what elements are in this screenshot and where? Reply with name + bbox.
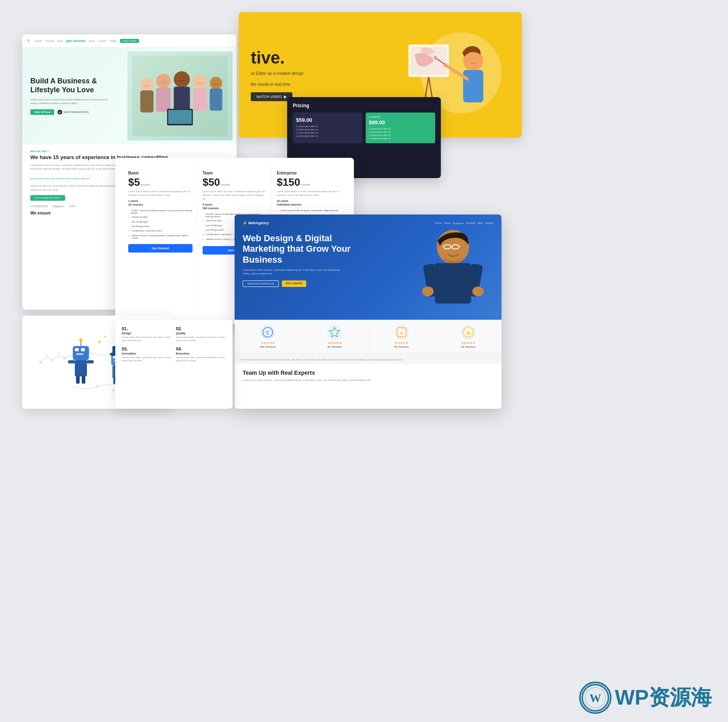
trust-badge-4: ⭐	[461, 325, 476, 340]
quality-num-1: 01.	[122, 326, 172, 331]
plan-basic-features: ○1,000+ hours of unlimited access to our…	[128, 208, 193, 240]
quality-title-2: Quality	[176, 332, 226, 335]
plan-team-desc: Lorem ipsum dolor sit amet, consectetur …	[203, 190, 267, 201]
trust-item-4: ⭐ ★★★★★ 20+ Reviews	[435, 320, 502, 353]
svg-point-3	[156, 74, 171, 88]
wp-watermark: W WP资源海	[579, 682, 712, 714]
svg-rect-54	[75, 360, 87, 376]
quality-title-1: Design	[122, 332, 172, 335]
svg-rect-51	[76, 353, 83, 355]
pricing-mini-features-1: ☑ Lorem ipsum dolor sit ☑ Lorem ipsum do…	[296, 125, 359, 138]
plan-team-courses: 100 courses	[203, 207, 267, 210]
svg-marker-38	[330, 327, 339, 337]
svg-point-35	[472, 287, 484, 296]
agency-bottom-desc: Lorem ipsum dolor sit amet, consectetur …	[243, 378, 493, 382]
creative-title: tive.	[251, 49, 396, 67]
svg-point-1	[140, 78, 154, 91]
business-hero: Build A Business & Lifestyle You Love Lo…	[22, 47, 237, 144]
quality-title-4: Execution	[176, 352, 226, 355]
svg-rect-56	[82, 376, 85, 384]
feature-item: ○Lab Playgrounds	[128, 224, 193, 229]
quality-item-2: 02. Quality Aenean diam dolec, accumsan …	[176, 326, 226, 342]
agency-quote-button[interactable]: GET A QUOTE	[282, 280, 307, 287]
svg-point-46	[58, 353, 59, 355]
plan-team-price: $50/month	[203, 177, 267, 187]
quality-num-2: 02.	[176, 326, 226, 331]
quality-title-3: Innovation	[122, 352, 172, 355]
svg-rect-58	[87, 360, 94, 363]
plan-enterprise-courses: Unlimited courses	[277, 203, 341, 206]
feature-item: ✓Hands-on labs	[128, 215, 193, 220]
agency-hero: ⚡ WebAgency Home About Portfolio ▾ Servi…	[235, 214, 502, 320]
trust-item-3: ★ ★★★★★ 30+ Reviews	[368, 320, 435, 353]
business-hero-title: Build A Business & Lifestyle You Love	[30, 77, 111, 94]
quality-desc-1: Aenean diam dolec, accumsan sed natum. L…	[122, 336, 172, 342]
feature-item: ✓Certification Learning Paths	[128, 229, 193, 234]
trust-reviews-3: 30+ Reviews	[372, 346, 432, 348]
plan-enterprise-desc: Lorem ipsum dolor sit amet, consectetur …	[277, 190, 341, 197]
trust-item-1: C ★★★★★ 100+ Reviews	[235, 320, 301, 353]
plan-enterprise-users: 10 users	[277, 200, 341, 202]
business-hero-desc: Lorem ipsum dolor sit amet, consectetur …	[30, 98, 111, 105]
apply-button[interactable]: CLICK HERE TO APPLY	[30, 195, 65, 201]
trust-reviews-1: 100+ Reviews	[238, 346, 298, 348]
wp-text: WP资源海	[615, 684, 712, 712]
wp-logo-svg: W	[581, 682, 610, 714]
who-link[interactable]: lorem ipsum dolor. apia hendrerit dolor …	[30, 177, 90, 180]
wp-text-container: WP资源海	[615, 684, 712, 712]
creative-desc: the results in real time.	[251, 81, 396, 87]
svg-point-7	[193, 75, 207, 89]
pricing-cards-row: $59.00 ☑ Lorem ipsum dolor sit ☑ Lorem i…	[293, 113, 435, 143]
agency-hero-buttons: VIEW OUR PORTFOLIO GET A QUOTE	[243, 280, 356, 287]
pricing-mini-label-2: PREMIUM	[369, 116, 432, 118]
plan-basic-button[interactable]: Get Started	[128, 244, 193, 253]
business-hero-text: Build A Business & Lifestyle You Love Lo…	[30, 77, 111, 115]
agency-hero-title: Web Design & Digital Marketing that Grow…	[243, 233, 356, 265]
svg-text:★: ★	[400, 331, 403, 335]
svg-rect-2	[140, 90, 154, 113]
pricing-premium-mini: PREMIUM $99.00 ☑ Lorem ipsum dolor sit ☑…	[366, 113, 435, 143]
svg-rect-50	[81, 348, 85, 351]
agency-hero-desc: Lorem ipsum dolor sit amet, consectetur …	[243, 268, 344, 276]
business-watch-button[interactable]: ▶ VIEW PRESENTATION	[57, 110, 89, 115]
pricing-mini-price-2: $99.00	[369, 119, 432, 125]
quality-num-3: 03.	[122, 346, 172, 351]
quality-item-3: 03. Innovation Aenean diam dolec, accums…	[122, 346, 172, 363]
svg-rect-8	[193, 88, 207, 111]
card-quality-design: 01. Design Aenean diam dolec, accumsan s…	[115, 320, 233, 409]
svg-point-34	[422, 287, 434, 296]
svg-text:⭐: ⭐	[466, 330, 471, 336]
svg-rect-6	[174, 87, 190, 113]
plan-basic: Basic $5/month Lorem ipsum dolor sit ame…	[123, 166, 198, 316]
feature-item: ✓Mobile Access: study anywhere, anytime …	[128, 234, 193, 240]
business-signup-button[interactable]: SIGN UP Now	[30, 109, 54, 115]
pricing-basic-mini: $59.00 ☑ Lorem ipsum dolor sit ☑ Lorem i…	[293, 113, 362, 143]
trust-stars-3: ★★★★★	[372, 341, 432, 345]
play-icon: ▶	[57, 110, 62, 115]
svg-point-74	[112, 390, 114, 392]
quality-item-1: 01. Design Aenean diam dolec, accumsan s…	[122, 326, 172, 342]
card-web-agency: ⚡ WebAgency Home About Portfolio ▾ Servi…	[235, 214, 502, 409]
agency-logo: ⚡ WebAgency	[243, 221, 269, 225]
trust-note: IT IS IN THE HIGHEST BETS BETTER THAN AN…	[235, 353, 502, 364]
feature-item: ○1,000+ hours of unlimited access to our…	[128, 208, 193, 215]
svg-point-9	[210, 77, 222, 89]
svg-text:✦: ✦	[97, 339, 102, 345]
quality-num-4: 04.	[176, 346, 226, 351]
svg-text:✦: ✦	[103, 334, 106, 339]
feature-item: ○Lorem ipsum dolor sit amet, consectetur…	[277, 208, 341, 213]
creative-watch-button[interactable]: WATCH VIDEO ▶	[251, 92, 292, 101]
business-nav-cta[interactable]: JOIN TODAY	[120, 39, 139, 43]
creative-text: tive. ss Editor as a creative design the…	[251, 49, 396, 101]
play-icon-creative: ▶	[284, 95, 287, 99]
business-nav: 🔍 Library Podcast Book get.income About …	[22, 34, 237, 47]
plan-team-name: Team	[203, 171, 267, 175]
logo-1: LOGOIPSUM	[30, 205, 48, 208]
svg-text:C: C	[266, 330, 269, 335]
svg-rect-10	[210, 89, 222, 111]
agency-bottom: Team Up with Real Experts Lorem ipsum do…	[235, 364, 502, 388]
trust-item-2: ★★★★★ 30+ Reviews	[301, 320, 368, 353]
svg-rect-55	[76, 376, 80, 384]
quality-grid: 01. Design Aenean diam dolec, accumsan s…	[122, 326, 226, 362]
agency-portfolio-button[interactable]: VIEW OUR PORTFOLIO	[243, 280, 279, 287]
